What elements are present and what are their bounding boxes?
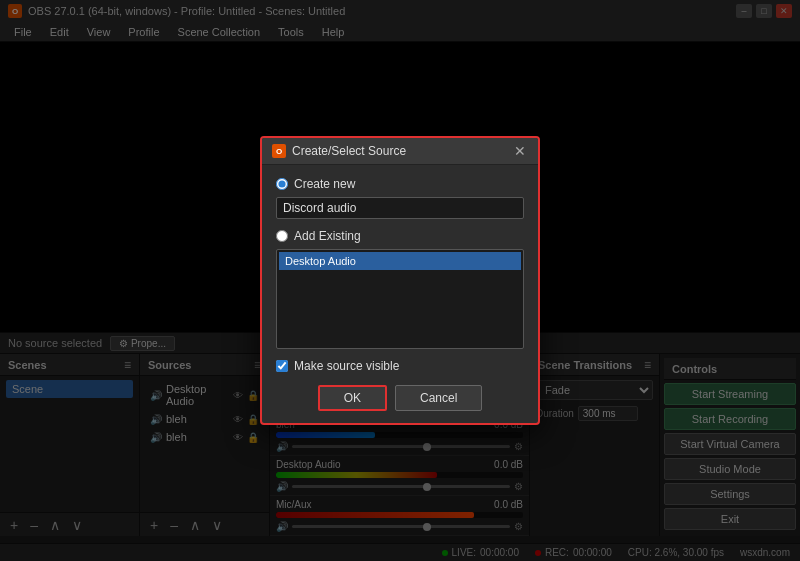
dialog-title-left: O Create/Select Source <box>272 144 406 158</box>
dialog-title: Create/Select Source <box>292 144 406 158</box>
existing-sources-list: Desktop Audio <box>276 249 524 349</box>
make-visible-checkbox[interactable] <box>276 360 288 372</box>
add-existing-radio[interactable] <box>276 230 288 242</box>
create-new-radio[interactable] <box>276 178 288 190</box>
dialog-titlebar: O Create/Select Source ✕ <box>262 138 538 165</box>
dialog-body: Create new Add Existing Desktop Audio Ma… <box>262 165 538 423</box>
cancel-button[interactable]: Cancel <box>395 385 482 411</box>
list-item-desktop-audio[interactable]: Desktop Audio <box>279 252 521 270</box>
modal-overlay: O Create/Select Source ✕ Create new Add … <box>0 0 800 561</box>
dialog-icon: O <box>272 144 286 158</box>
add-existing-row: Add Existing <box>276 229 524 243</box>
source-name-input[interactable] <box>276 197 524 219</box>
create-new-label: Create new <box>294 177 355 191</box>
create-new-row: Create new <box>276 177 524 191</box>
visible-checkbox-row: Make source visible <box>276 359 524 373</box>
dialog-close-button[interactable]: ✕ <box>512 144 528 158</box>
ok-button[interactable]: OK <box>318 385 387 411</box>
add-existing-label: Add Existing <box>294 229 361 243</box>
dialog-buttons: OK Cancel <box>276 385 524 411</box>
make-visible-label: Make source visible <box>294 359 399 373</box>
create-select-source-dialog: O Create/Select Source ✕ Create new Add … <box>260 136 540 425</box>
